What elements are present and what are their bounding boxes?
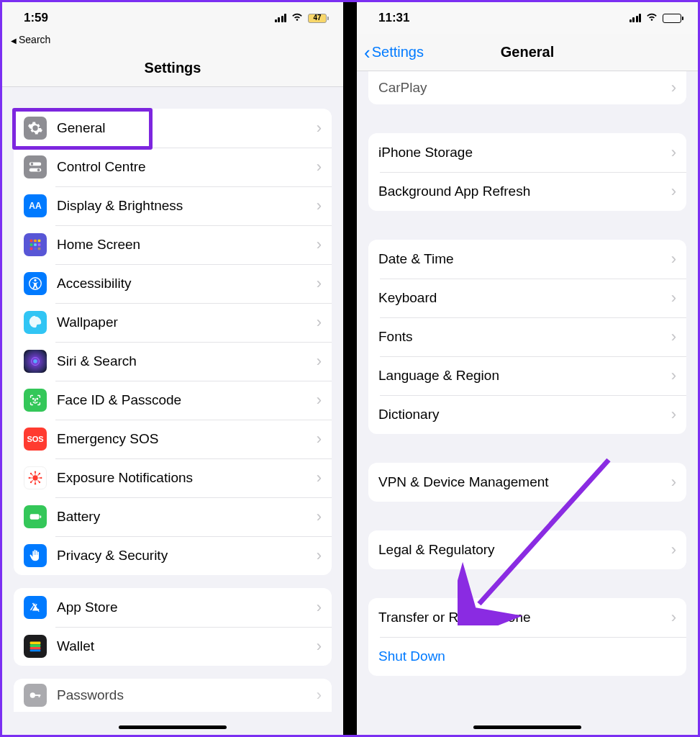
svg-rect-41 [30, 650, 41, 652]
row-label: Privacy & Security [57, 539, 317, 572]
row-keyboard[interactable]: Keyboard › [368, 279, 686, 317]
row-exposure-notifications[interactable]: Exposure Notifications › [14, 458, 332, 497]
chevron-right-icon: › [317, 274, 322, 293]
row-privacy-security[interactable]: Privacy & Security › [14, 536, 332, 575]
chevron-right-icon: › [317, 391, 322, 410]
page-title: Settings [145, 60, 201, 76]
sos-icon: SOS [24, 428, 47, 451]
row-label: Emergency SOS [57, 422, 317, 456]
key-icon [24, 684, 47, 707]
chevron-right-icon: › [671, 405, 676, 424]
row-label: General [57, 112, 317, 145]
row-iphone-storage[interactable]: iPhone Storage › [368, 133, 686, 172]
row-home-screen[interactable]: Home Screen › [14, 225, 332, 264]
general-group-3: VPN & Device Management › [368, 463, 686, 502]
row-label: Keyboard [378, 281, 671, 315]
settings-group-2: App Store › Wallet › [14, 588, 332, 666]
home-indicator[interactable] [473, 725, 581, 729]
row-carplay[interactable]: CarPlay › [368, 71, 686, 104]
chevron-right-icon: › [671, 327, 676, 346]
row-passwords[interactable]: Passwords › [14, 679, 332, 712]
row-accessibility[interactable]: Accessibility › [14, 264, 332, 303]
row-siri-search[interactable]: Siri & Search › [14, 342, 332, 381]
row-label: Date & Time [378, 243, 671, 276]
back-to-search[interactable]: ◀Search [2, 34, 343, 50]
general-group-2: Date & Time › Keyboard › Fonts › Languag… [368, 240, 686, 434]
svg-point-18 [37, 399, 37, 399]
siri-icon [24, 350, 47, 373]
row-label: Language & Region [378, 359, 671, 392]
nav-header: ‹ Settings General [357, 34, 698, 71]
chevron-right-icon: › [317, 546, 322, 565]
svg-point-31 [40, 477, 42, 479]
row-wallpaper[interactable]: Wallpaper › [14, 303, 332, 342]
chevron-right-icon: › [317, 637, 322, 656]
row-transfer-reset-iphone[interactable]: Transfer or Reset iPhone › [368, 598, 686, 637]
row-label: Passwords [57, 679, 317, 712]
svg-rect-12 [38, 248, 41, 250]
chevron-right-icon: › [671, 250, 676, 268]
row-label: CarPlay [378, 71, 671, 104]
back-label: Settings [372, 44, 424, 60]
svg-rect-5 [34, 240, 37, 243]
row-display-brightness[interactable]: AA Display & Brightness › [14, 186, 332, 225]
row-shut-down[interactable]: Shut Down [368, 637, 686, 676]
chevron-left-icon: ‹ [364, 43, 371, 62]
row-label: Fonts [378, 320, 671, 353]
row-label: Siri & Search [57, 345, 317, 378]
svg-point-29 [35, 483, 36, 484]
settings-group-1: General › Control Centre › AA Display & … [14, 109, 332, 575]
general-group-4: Legal & Regulatory › [368, 530, 686, 569]
cellular-icon [629, 14, 642, 22]
row-label: Transfer or Reset iPhone [378, 601, 671, 634]
nav-header: Settings [2, 50, 343, 87]
row-emergency-sos[interactable]: SOS Emergency SOS › [14, 420, 332, 458]
row-battery[interactable]: Battery › [14, 497, 332, 536]
row-app-store[interactable]: App Store › [14, 588, 332, 627]
status-time: 1:59 [24, 11, 48, 25]
row-dictionary[interactable]: Dictionary › [368, 395, 686, 434]
row-label: Wallpaper [57, 306, 317, 339]
hand-icon [24, 544, 47, 567]
svg-point-17 [33, 399, 34, 399]
row-legal-regulatory[interactable]: Legal & Regulatory › [368, 530, 686, 569]
chevron-right-icon: › [317, 158, 322, 176]
row-fonts[interactable]: Fonts › [368, 317, 686, 356]
row-vpn-device-management[interactable]: VPN & Device Management › [368, 463, 686, 502]
chevron-right-icon: › [671, 608, 676, 627]
gear-icon [24, 117, 47, 140]
cellular-icon [275, 14, 287, 22]
home-indicator[interactable] [119, 725, 227, 729]
row-background-app-refresh[interactable]: Background App Refresh › [368, 172, 686, 211]
toggles-icon [24, 155, 47, 178]
row-face-id-passcode[interactable]: Face ID & Passcode › [14, 381, 332, 420]
row-label: Background App Refresh [378, 175, 671, 208]
chevron-right-icon: › [317, 507, 322, 526]
svg-point-30 [29, 477, 30, 479]
battery-icon [663, 14, 683, 23]
svg-point-32 [30, 473, 32, 474]
row-control-centre[interactable]: Control Centre › [14, 148, 332, 186]
row-label: Wallet [57, 630, 317, 663]
row-general[interactable]: General › [14, 109, 332, 148]
row-wallet[interactable]: Wallet › [14, 627, 332, 666]
svg-rect-7 [30, 243, 33, 246]
general-group-1: iPhone Storage › Background App Refresh … [368, 133, 686, 211]
general-group-5: Transfer or Reset iPhone › Shut Down [368, 598, 686, 676]
row-language-region[interactable]: Language & Region › [368, 356, 686, 395]
row-label: Display & Brightness [57, 189, 317, 222]
face-id-icon [24, 389, 47, 412]
chevron-right-icon: › [671, 541, 676, 559]
row-label: Home Screen [57, 228, 317, 261]
general-group-0: CarPlay › [368, 71, 686, 104]
svg-rect-44 [39, 695, 40, 697]
row-label: iPhone Storage [378, 136, 671, 169]
svg-point-19 [32, 475, 37, 480]
svg-rect-37 [40, 515, 41, 518]
svg-point-42 [30, 692, 35, 697]
row-date-time[interactable]: Date & Time › [368, 240, 686, 279]
svg-point-2 [31, 163, 34, 166]
back-button[interactable]: ‹ Settings [364, 43, 424, 62]
screenshot-left: 1:59 47 ◀Search Settings [2, 2, 343, 735]
svg-point-16 [33, 359, 37, 363]
